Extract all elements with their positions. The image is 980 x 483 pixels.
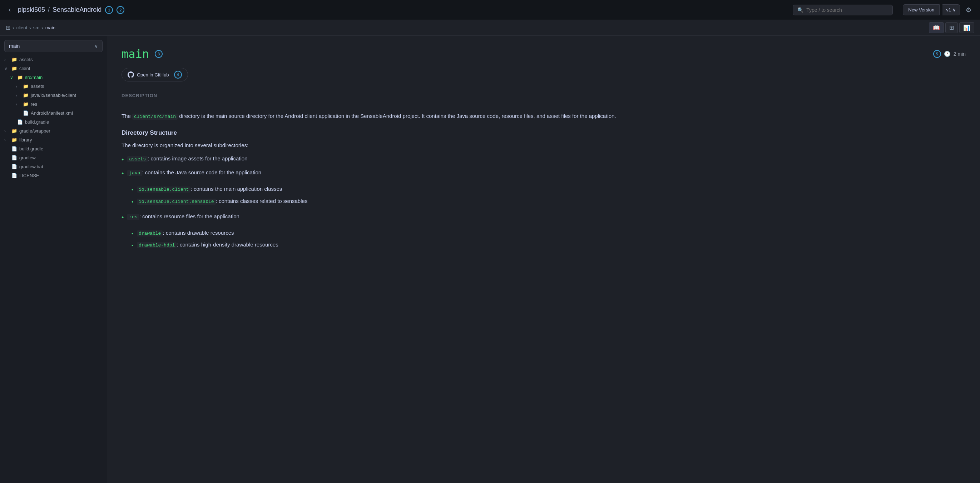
list-item-drawable: • drawable: contains drawable resources bbox=[132, 229, 278, 238]
badge-2: 2 bbox=[116, 6, 124, 14]
breadcrumb-client[interactable]: client bbox=[16, 25, 27, 30]
directory-bullet-list: • assets: contains image assets for the … bbox=[121, 154, 966, 253]
sub-item-content: io.sensable.client: contains the main ap… bbox=[137, 185, 282, 194]
chevron-right-icon: › bbox=[16, 84, 21, 89]
sidebar-item-library[interactable]: › 📁 library bbox=[0, 135, 107, 144]
breadcrumb-main[interactable]: main bbox=[45, 25, 56, 30]
tree-item-label: assets bbox=[19, 57, 33, 62]
description-paragraph: The client/src/main directory is the mai… bbox=[121, 111, 966, 121]
sub-item-content: drawable-hdpi: contains high-density dra… bbox=[137, 240, 278, 249]
grid-view-button[interactable]: ⊞ bbox=[945, 22, 958, 33]
sub-item-content: io.sensable.client.sensable: contains cl… bbox=[137, 197, 307, 206]
sidebar-item-androidmanifest[interactable]: › 📄 AndroidManifest.xml bbox=[0, 109, 107, 118]
tree-item-label: build.gradle bbox=[19, 146, 43, 151]
book-view-button[interactable]: 📖 bbox=[929, 22, 944, 33]
sidebar-item-java-io[interactable]: › 📁 java/io/sensable/client bbox=[0, 91, 107, 100]
tree-item-label: AndroidManifest.xml bbox=[31, 110, 73, 116]
tree-item-label: gradlew.bat bbox=[19, 164, 43, 169]
tree-item-label: LICENSE bbox=[19, 173, 39, 178]
back-button[interactable]: ‹ bbox=[6, 5, 14, 15]
version-dropdown[interactable]: v1 ∨ bbox=[942, 4, 960, 15]
folder-icon: 📁 bbox=[23, 92, 29, 98]
sidebar-item-res[interactable]: › 📁 res bbox=[0, 100, 107, 109]
page-header-right: 5 🕐 2 min bbox=[931, 50, 966, 58]
file-icon: 📄 bbox=[11, 155, 17, 160]
sidebar-item-license[interactable]: › 📄 LICENSE bbox=[0, 171, 107, 180]
search-input[interactable] bbox=[806, 7, 888, 13]
sidebar-item-build-gradle-root[interactable]: › 📄 build.gradle bbox=[0, 144, 107, 153]
chart-view-button[interactable]: 📊 bbox=[959, 22, 974, 33]
top-nav: ‹ pipski505 / SensableAndroid 1 2 🔍 New … bbox=[0, 0, 980, 20]
drawable-text: : contains drawable resources bbox=[162, 230, 234, 236]
bullet-dot: • bbox=[121, 155, 124, 165]
list-item-res: • res: contains resource files for the a… bbox=[121, 212, 966, 253]
io-sensable-client-code: io.sensable.client bbox=[137, 186, 191, 192]
badge-5: 5 bbox=[933, 50, 941, 58]
version-label: v1 bbox=[946, 7, 951, 13]
drawable-hdpi-code: drawable-hdpi bbox=[137, 242, 177, 248]
tree-item-label: library bbox=[19, 137, 32, 143]
file-icon: 📄 bbox=[23, 110, 29, 116]
dir-structure-heading: Directory Structure bbox=[121, 129, 966, 137]
section-divider bbox=[121, 104, 966, 104]
sidebar-item-gradlew-bat[interactable]: › 📄 gradlew.bat bbox=[0, 162, 107, 171]
badge-1: 1 bbox=[105, 6, 113, 14]
breadcrumb-bar: ⊞ › client › src › main 📖 ⊞ 📊 bbox=[0, 20, 980, 36]
list-item-io-sensable-client: • io.sensable.client: contains the main … bbox=[132, 185, 307, 194]
clock-icon: 🕐 bbox=[944, 51, 951, 57]
chevron-right-icon: › bbox=[4, 129, 9, 133]
drawable-hdpi-text: : contains high-density drawable resourc… bbox=[177, 242, 278, 248]
desc-text-before: The bbox=[121, 113, 132, 119]
list-item-content: java: contains the Java source code for … bbox=[127, 168, 261, 177]
sub-bullet-dot: • bbox=[132, 230, 133, 238]
list-item-io-sensable-client-sensable: • io.sensable.client.sensable: contains … bbox=[132, 197, 307, 206]
search-bar: 🔍 bbox=[793, 5, 893, 15]
tree-item-label: gradlew bbox=[19, 155, 36, 160]
tree-item-label: res bbox=[31, 102, 37, 107]
read-time: 2 min bbox=[953, 51, 966, 57]
search-icon: 🔍 bbox=[797, 7, 803, 13]
tree-item-label: java/io/sensable/client bbox=[31, 92, 76, 98]
sidebar-item-gradlew[interactable]: › 📄 gradlew bbox=[0, 153, 107, 162]
open-in-github-button[interactable]: Open in GitHub 4 bbox=[121, 68, 188, 81]
sidebar-dropdown[interactable]: main ∨ bbox=[4, 40, 103, 52]
settings-button[interactable]: ⚙ bbox=[963, 5, 974, 15]
chevron-right-icon: › bbox=[16, 93, 21, 98]
sidebar-item-assets-root[interactable]: › 📁 assets bbox=[0, 55, 107, 64]
res-sub-list: • drawable: contains drawable resources … bbox=[121, 229, 278, 253]
sidebar-item-src-main[interactable]: ∨ 📁 src/main bbox=[0, 73, 107, 82]
repo-name: SensableAndroid bbox=[52, 6, 102, 14]
folder-icon: 📁 bbox=[23, 84, 29, 89]
sidebar-dropdown-label: main bbox=[9, 43, 20, 49]
chevron-down-icon: ∨ bbox=[4, 66, 9, 71]
github-btn-label: Open in GitHub bbox=[137, 72, 169, 78]
badge-3: 3 bbox=[155, 50, 162, 58]
tree-item-label: build.gradle bbox=[25, 119, 49, 125]
page-header-left: main 3 bbox=[121, 47, 162, 61]
sidebar-item-assets-child[interactable]: › 📁 assets bbox=[0, 82, 107, 91]
io-sensable-client-sensable-code: io.sensable.client.sensable bbox=[137, 199, 216, 205]
chevron-right-icon: › bbox=[4, 138, 9, 143]
github-icon bbox=[127, 71, 134, 78]
folder-icon: 📁 bbox=[11, 137, 17, 143]
file-icon: 📄 bbox=[17, 119, 23, 125]
folder-icon: 📁 bbox=[23, 102, 29, 107]
page-title: main bbox=[121, 47, 149, 61]
separator: / bbox=[48, 6, 50, 14]
username: pipski505 bbox=[18, 6, 45, 14]
new-version-button[interactable]: New Version bbox=[903, 4, 940, 15]
sidebar-item-build-gradle-client[interactable]: › 📄 build.gradle bbox=[0, 118, 107, 127]
breadcrumb-src[interactable]: src bbox=[33, 25, 39, 30]
folder-icon: 📁 bbox=[17, 75, 23, 80]
folder-icon: 📁 bbox=[11, 128, 17, 133]
bc-sep-1: › bbox=[13, 25, 14, 31]
sidebar-item-client[interactable]: ∨ 📁 client bbox=[0, 64, 107, 73]
sidebar-item-gradle-wrapper[interactable]: › 📁 gradle/wrapper bbox=[0, 127, 107, 135]
chevron-right-icon: › bbox=[4, 57, 9, 62]
file-icon: 📄 bbox=[11, 164, 17, 169]
content-area: main 3 5 🕐 2 min Open in GitHub 4 DESCRI… bbox=[107, 36, 980, 483]
description-heading: DESCRIPTION bbox=[121, 93, 966, 98]
file-icon: 📄 bbox=[11, 173, 17, 178]
sub-bullet-dot: • bbox=[132, 242, 133, 249]
res-code: res bbox=[127, 214, 139, 220]
